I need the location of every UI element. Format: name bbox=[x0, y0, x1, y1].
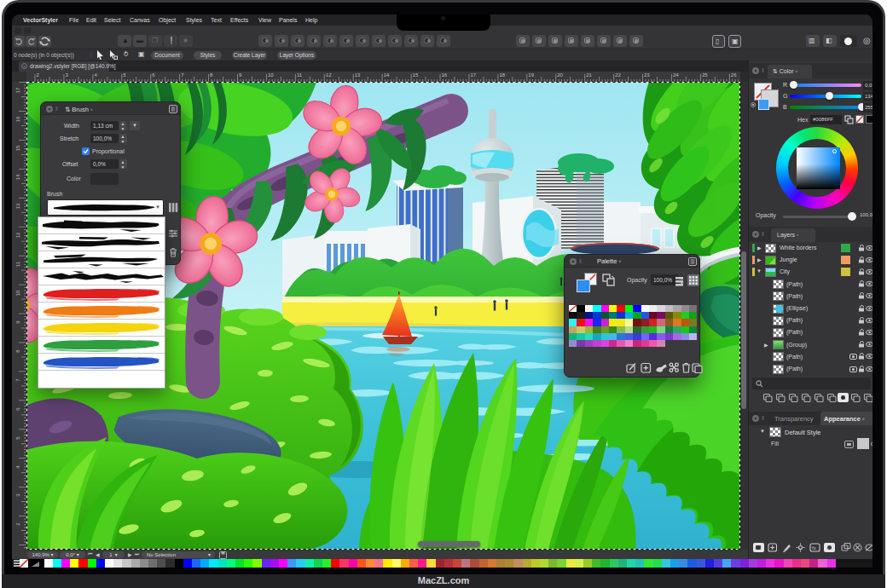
svg-text:fx: fx bbox=[812, 545, 816, 551]
